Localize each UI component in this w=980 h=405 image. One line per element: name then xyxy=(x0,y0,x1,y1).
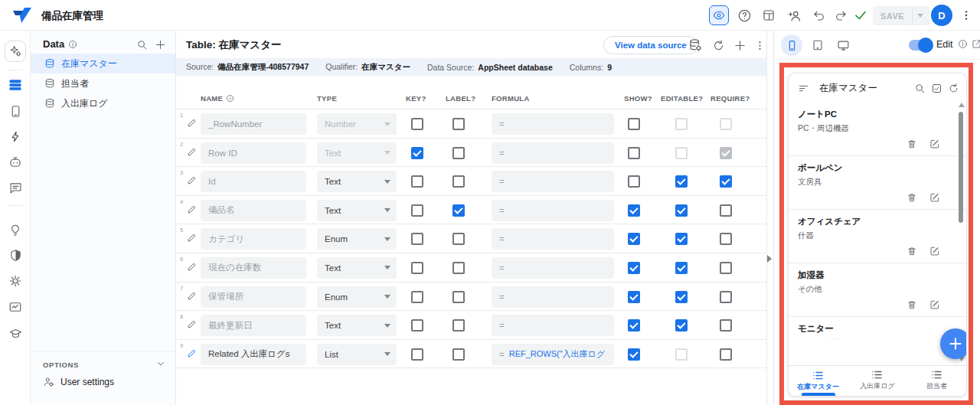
label-checkbox[interactable] xyxy=(452,118,465,130)
edit-icon[interactable] xyxy=(929,246,940,256)
editable-checkbox[interactable] xyxy=(675,204,688,217)
sidebar-item-actions[interactable] xyxy=(6,127,24,145)
column-type-select[interactable]: Enum xyxy=(317,228,397,250)
key-checkbox[interactable] xyxy=(411,319,423,332)
key-checkbox[interactable] xyxy=(411,262,423,274)
formula-field[interactable]: = xyxy=(492,228,614,250)
delete-icon[interactable] xyxy=(906,139,917,149)
formula-field[interactable]: = xyxy=(492,286,614,308)
require-checkbox[interactable] xyxy=(720,319,732,332)
regenerate-icon[interactable] xyxy=(709,36,727,54)
preview-select-icon[interactable] xyxy=(928,80,945,96)
edit-column-icon[interactable] xyxy=(187,204,197,214)
show-checkbox[interactable] xyxy=(628,319,640,332)
column-name-field[interactable]: _RowNumber xyxy=(201,113,306,135)
column-type-select[interactable]: Enum xyxy=(317,286,397,308)
formula-field[interactable]: =REF_ROWS("入出庫ログ xyxy=(492,344,614,365)
device-phone-button[interactable] xyxy=(781,34,802,56)
editable-checkbox[interactable] xyxy=(675,319,688,332)
undo-icon[interactable] xyxy=(810,6,828,24)
sidebar-item-automation[interactable] xyxy=(6,153,24,171)
data-table-item-3[interactable]: 入出庫ログ xyxy=(31,93,175,113)
require-checkbox[interactable] xyxy=(720,348,732,361)
edit-column-icon[interactable] xyxy=(187,262,197,272)
require-checkbox[interactable] xyxy=(720,175,732,188)
preview-list-item[interactable]: ボールペン 文房具 xyxy=(789,156,966,210)
panel-collapse-handle[interactable] xyxy=(767,253,773,265)
label-checkbox[interactable] xyxy=(452,291,465,303)
key-checkbox[interactable] xyxy=(411,147,423,159)
save-button[interactable]: SAVE xyxy=(873,6,929,25)
editable-checkbox[interactable] xyxy=(675,262,688,274)
device-desktop-button[interactable] xyxy=(832,34,854,56)
preview-nav-tab-在庫マスター[interactable]: 在庫マスター xyxy=(789,366,848,396)
column-type-select[interactable]: Text xyxy=(317,257,397,279)
preview-list-item[interactable]: 加湿器 その他 xyxy=(789,263,966,317)
edit-column-icon[interactable] xyxy=(187,175,197,185)
require-checkbox[interactable] xyxy=(720,147,732,159)
show-checkbox[interactable] xyxy=(628,118,640,130)
editable-checkbox[interactable] xyxy=(675,348,688,361)
edit-column-icon[interactable] xyxy=(187,319,197,329)
column-name-field[interactable]: 現在の在庫数 xyxy=(201,257,306,279)
header-more-icon[interactable] xyxy=(957,6,975,24)
table-more-icon[interactable] xyxy=(750,36,769,54)
device-tablet-button[interactable] xyxy=(807,34,828,56)
edit-icon[interactable] xyxy=(929,139,940,149)
column-name-field[interactable]: カテゴリ xyxy=(201,228,306,250)
scroll-up-icon[interactable] xyxy=(959,103,965,107)
delete-icon[interactable] xyxy=(906,299,917,310)
show-checkbox[interactable] xyxy=(628,262,640,274)
add-column-icon[interactable] xyxy=(730,36,749,54)
formula-field[interactable]: = xyxy=(492,315,614,336)
label-checkbox[interactable] xyxy=(452,319,465,332)
formula-field[interactable]: = xyxy=(492,113,614,135)
user-settings-item[interactable]: User settings xyxy=(43,376,114,387)
redo-icon[interactable] xyxy=(831,6,850,24)
formula-field[interactable]: = xyxy=(492,257,614,279)
column-type-select[interactable]: Text xyxy=(317,200,397,221)
column-type-select[interactable]: Number xyxy=(317,113,397,135)
preview-eye-button[interactable] xyxy=(709,5,729,25)
editable-checkbox[interactable] xyxy=(675,147,688,159)
label-checkbox[interactable] xyxy=(452,262,465,274)
sidebar-item-views[interactable] xyxy=(6,102,24,120)
label-checkbox[interactable] xyxy=(452,233,465,245)
delete-icon[interactable] xyxy=(906,246,917,256)
chevron-down-icon[interactable] xyxy=(155,358,166,369)
show-checkbox[interactable] xyxy=(628,291,640,303)
formula-field[interactable]: = xyxy=(492,200,614,221)
editable-checkbox[interactable] xyxy=(675,291,688,303)
edit-column-icon[interactable] xyxy=(187,147,197,157)
data-add-icon[interactable] xyxy=(152,37,168,52)
column-type-select[interactable]: Text xyxy=(317,315,397,336)
formula-field[interactable]: = xyxy=(492,171,614,192)
preview-list-item[interactable]: ノートPC PC・周辺機器 xyxy=(789,103,966,156)
delete-icon[interactable] xyxy=(906,192,917,203)
save-dropdown-button[interactable] xyxy=(912,6,928,25)
show-checkbox[interactable] xyxy=(628,204,640,217)
edit-column-icon[interactable] xyxy=(187,118,197,128)
edit-column-icon[interactable] xyxy=(187,348,197,358)
key-checkbox[interactable] xyxy=(411,233,423,245)
data-table-item-2[interactable]: 担当者 xyxy=(31,73,175,93)
sort-icon[interactable] xyxy=(795,80,812,96)
editable-checkbox[interactable] xyxy=(675,118,688,130)
sidebar-item-manage[interactable] xyxy=(6,298,24,316)
preview-refresh-icon[interactable] xyxy=(945,80,962,96)
edit-column-icon[interactable] xyxy=(187,291,197,301)
column-name-field[interactable]: 保管場所 xyxy=(201,286,306,308)
add-record-fab[interactable] xyxy=(940,328,967,359)
preview-search-icon[interactable] xyxy=(911,80,928,96)
sidebar-item-learn[interactable] xyxy=(6,324,24,342)
label-checkbox[interactable] xyxy=(452,175,465,188)
require-checkbox[interactable] xyxy=(720,233,732,245)
preview-nav-tab-担当者[interactable]: 担当者 xyxy=(907,366,966,396)
key-checkbox[interactable] xyxy=(411,204,423,217)
preview-list-item[interactable]: オフィスチェア 什器 xyxy=(789,210,966,263)
edit-icon[interactable] xyxy=(929,192,940,203)
key-checkbox[interactable] xyxy=(411,118,423,130)
column-type-select[interactable]: List xyxy=(317,344,397,365)
column-type-select[interactable]: Text xyxy=(317,142,397,164)
add-user-icon[interactable] xyxy=(786,6,804,24)
